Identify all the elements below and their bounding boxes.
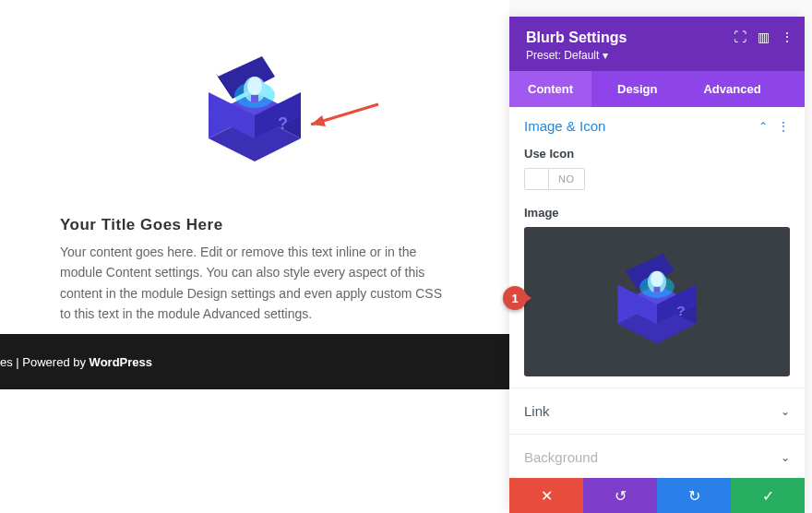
- blurb-module-preview[interactable]: ? Your Title Goes Here Your content goes…: [0, 0, 509, 325]
- footer-text: es | Powered by WordPress: [0, 355, 152, 369]
- box-illustration: ?: [190, 51, 319, 175]
- svg-rect-26: [654, 286, 661, 292]
- image-upload-preview[interactable]: ?: [524, 227, 790, 376]
- toggle-value: NO: [549, 173, 584, 185]
- section-image-icon: Image & Icon ⌃ ⋮ Use Icon NO Image: [509, 107, 805, 388]
- tab-content[interactable]: Content: [509, 71, 591, 107]
- svg-point-25: [651, 270, 663, 286]
- expand-icon[interactable]: ⛶: [734, 30, 746, 44]
- section-options-icon[interactable]: ⋮: [777, 120, 790, 133]
- blurb-content[interactable]: Your content goes here. Edit or remove t…: [60, 242, 449, 325]
- undo-icon: ↺: [615, 487, 627, 505]
- preset-dropdown[interactable]: Preset: Default ▾: [526, 49, 788, 62]
- panel-action-bar: ✕ ↺ ↻ ✓: [509, 478, 805, 513]
- redo-icon: ↻: [688, 487, 700, 505]
- svg-line-13: [311, 104, 378, 125]
- toggle-knob: [525, 169, 549, 189]
- use-icon-toggle[interactable]: NO: [524, 168, 585, 190]
- chevron-down-icon: ⌄: [781, 451, 790, 464]
- tab-advanced[interactable]: Advanced: [683, 71, 779, 107]
- callout-badge-1: 1: [503, 286, 527, 310]
- undo-button[interactable]: ↺: [583, 478, 657, 513]
- close-icon: ✕: [541, 487, 553, 505]
- chevron-down-icon: ⌄: [781, 405, 790, 418]
- kebab-icon[interactable]: ⋮: [781, 30, 794, 44]
- site-footer: es | Powered by WordPress: [0, 334, 509, 389]
- section-header-background[interactable]: Background ⌄: [524, 449, 790, 465]
- settings-tabs: Content Design Advanced: [509, 71, 805, 107]
- redo-button[interactable]: ↻: [657, 478, 731, 513]
- chevron-up-icon[interactable]: ⌃: [758, 120, 768, 133]
- panel-header[interactable]: Blurb Settings Preset: Default ▾ ⛶ ▥ ⋮: [509, 17, 805, 71]
- section-title: Image & Icon: [524, 118, 605, 134]
- blurb-title[interactable]: Your Title Goes Here: [60, 216, 449, 234]
- svg-text:?: ?: [278, 114, 288, 133]
- section-header-link[interactable]: Link ⌄: [524, 403, 790, 419]
- svg-point-11: [247, 77, 262, 95]
- image-label: Image: [524, 206, 790, 220]
- settings-panel: Blurb Settings Preset: Default ▾ ⛶ ▥ ⋮ C…: [509, 17, 805, 513]
- cancel-button[interactable]: ✕: [509, 478, 583, 513]
- use-icon-label: Use Icon: [524, 147, 790, 161]
- section-header-image-icon[interactable]: Image & Icon ⌃ ⋮: [524, 118, 790, 134]
- page-canvas: ? Your Title Goes Here Your content goes…: [0, 0, 509, 513]
- section-link: Link ⌄: [509, 388, 805, 435]
- panel-body: Image & Icon ⌃ ⋮ Use Icon NO Image: [509, 107, 805, 513]
- svg-text:?: ?: [676, 303, 685, 318]
- section-background: Background ⌄: [509, 435, 805, 480]
- save-button[interactable]: ✓: [731, 478, 805, 513]
- svg-rect-12: [251, 95, 258, 102]
- check-icon: ✓: [762, 487, 774, 505]
- grid-icon[interactable]: ▥: [758, 30, 770, 44]
- box-illustration-thumb: ?: [602, 249, 712, 355]
- section-title: Link: [524, 403, 550, 419]
- tab-design[interactable]: Design: [591, 71, 683, 107]
- blurb-image: ?: [190, 51, 319, 175]
- caret-down-icon: ▾: [603, 49, 608, 62]
- section-title: Background: [524, 449, 598, 465]
